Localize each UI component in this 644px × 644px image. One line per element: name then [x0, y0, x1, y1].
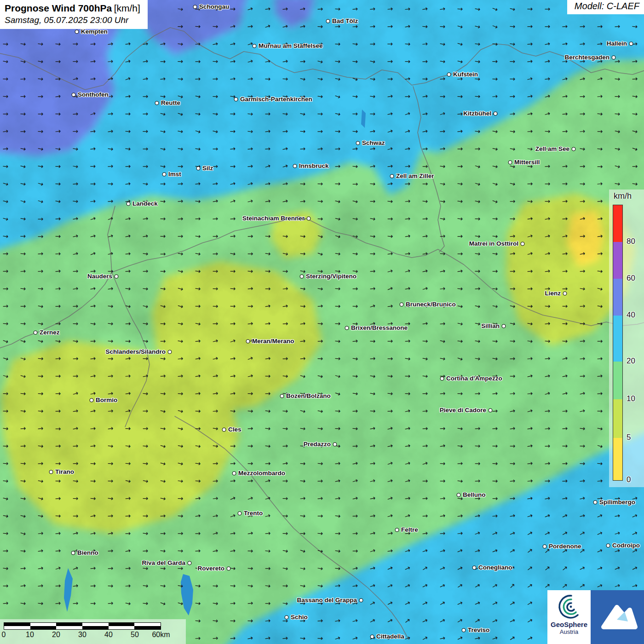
city-label: Spilimbergo: [599, 499, 635, 506]
cities-layer: SchongauBad TölzKemptenMurnau am Staffel…: [0, 0, 644, 644]
city-dot-icon: [606, 544, 610, 548]
city-label: Mezzolombardo: [238, 470, 285, 477]
city-dot-icon: [333, 443, 337, 447]
city-label: Cittadella: [376, 633, 404, 640]
city-label: Reutte: [161, 99, 180, 106]
legend-segment: [613, 242, 622, 279]
scalebar-label: 10: [26, 631, 34, 639]
city-label: Murnau am Staffelsee: [259, 42, 323, 49]
distance-scalebar: 0102030405060km: [0, 619, 186, 644]
city-label: Schio: [291, 614, 308, 621]
legend-colorbar: [613, 205, 623, 481]
city-label: Bozen/Bolzano: [286, 392, 331, 399]
city-dot-icon: [563, 292, 567, 296]
legend-tick: 20: [627, 356, 635, 366]
city-dot-icon: [75, 30, 79, 34]
city-dot-icon: [196, 167, 201, 171]
city-dot-icon: [293, 164, 297, 168]
city-label: Treviso: [468, 627, 489, 633]
legend-tick: 60: [627, 274, 635, 283]
city-label: Zell am See: [535, 145, 569, 152]
city-label: Trento: [244, 510, 263, 517]
city-dot-icon: [126, 202, 131, 206]
city-label: Silz: [202, 165, 213, 172]
legend-tick: 5: [627, 433, 631, 442]
scalebar-cell: [109, 626, 135, 629]
city-label: Nauders: [87, 273, 112, 280]
city-dot-icon: [168, 350, 172, 354]
city-label: Landeck: [132, 200, 158, 207]
city-dot-icon: [253, 44, 257, 48]
city-dot-icon: [489, 408, 493, 413]
city-label: Schwaz: [362, 139, 385, 146]
city-label: Rovereto: [197, 565, 224, 572]
city-dot-icon: [629, 42, 633, 46]
legend-tick: 0: [627, 475, 631, 484]
city-dot-icon: [326, 19, 330, 23]
city-dot-icon: [162, 172, 167, 177]
city-dot-icon: [238, 512, 242, 516]
city-label: Matrei in Osttirol: [469, 240, 518, 247]
city-label: Schongau: [199, 3, 229, 10]
city-label: Feltre: [401, 526, 418, 533]
scalebar-cell: [4, 623, 30, 626]
city-label: Riva del Garda: [142, 559, 185, 566]
model-label: Modell: C-LAEF: [567, 0, 644, 14]
city-dot-icon: [285, 615, 289, 620]
city-label: Steinach am Brenner: [242, 215, 305, 222]
city-dot-icon: [356, 141, 360, 145]
partner-logo: [591, 590, 644, 644]
scalebar-cell: [30, 626, 57, 629]
city-dot-icon: [400, 303, 404, 307]
scalebar-bar: [4, 622, 161, 630]
city-dot-icon: [390, 174, 394, 178]
city-label: Garmisch-Partenkirchen: [240, 96, 312, 103]
city-label: Bruneck/Brunico: [406, 301, 456, 308]
city-dot-icon: [472, 566, 477, 570]
city-label: Conegliano: [478, 564, 512, 571]
city-label: Bienno: [77, 549, 98, 556]
map-title: Prognose Wind 700hPa: [5, 3, 112, 13]
city-label: Imst: [168, 171, 181, 178]
scalebar-label: 60km: [152, 631, 170, 639]
city-dot-icon: [543, 545, 547, 549]
city-dot-icon: [193, 5, 197, 9]
city-label: Kempten: [81, 28, 108, 35]
city-label: Sonthofen: [78, 91, 109, 98]
city-dot-icon: [494, 112, 498, 116]
city-dot-icon: [222, 428, 226, 432]
city-dot-icon: [572, 147, 576, 151]
city-label: Berchtesgaden: [564, 54, 610, 61]
legend-segment: [613, 399, 622, 438]
scalebar-label: 0: [2, 631, 6, 639]
scalebar-cell: [56, 626, 82, 629]
scalebar-cell: [109, 623, 135, 626]
city-dot-icon: [447, 73, 451, 77]
city-label: Bormio: [96, 397, 117, 403]
city-dot-icon: [359, 598, 363, 603]
legend-tick: 80: [627, 237, 635, 246]
city-label: Pieve di Cadore: [440, 407, 486, 414]
city-label: Zernez: [40, 329, 60, 336]
city-label: Codroipo: [612, 542, 640, 549]
title-box: Prognose Wind 700hPa [km/h] Samstag, 05.…: [0, 0, 148, 29]
city-label: Lienz: [545, 290, 561, 297]
geosphere-logo: GeoSphere Austria: [547, 590, 591, 644]
city-dot-icon: [90, 398, 94, 402]
city-label: Sterzing/Vipiteno: [306, 273, 356, 280]
geosphere-name: GeoSphere: [551, 621, 587, 628]
city-label: Kufstein: [453, 71, 478, 78]
city-dot-icon: [502, 324, 506, 328]
city-label: Mittersill: [514, 159, 540, 166]
map-title-unit: [km/h]: [114, 3, 140, 13]
map-subtitle: Samstag, 05.07.2025 23:00 Uhr: [5, 15, 140, 26]
city-dot-icon: [508, 161, 512, 165]
scalebar-cell: [56, 623, 82, 626]
city-dot-icon: [227, 567, 231, 571]
city-dot-icon: [246, 339, 250, 344]
city-dot-icon: [232, 472, 236, 476]
city-dot-icon: [612, 56, 616, 60]
scalebar-cell: [82, 623, 109, 626]
scalebar-label: 20: [52, 631, 60, 639]
city-dot-icon: [155, 101, 159, 105]
